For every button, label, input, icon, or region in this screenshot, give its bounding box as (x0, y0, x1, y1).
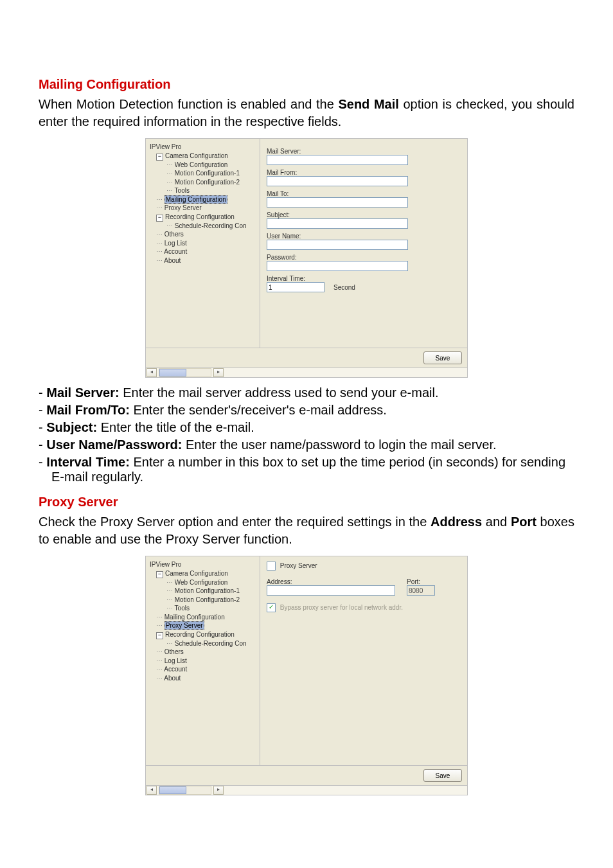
label-mail-server: Mail Server: (267, 148, 461, 155)
tree-recording[interactable]: Recording Configuration (165, 213, 235, 220)
label-mail-to: Mail To: (267, 190, 461, 197)
tree2-loglist[interactable]: Log List (164, 657, 187, 664)
label-port: Port: (407, 578, 435, 585)
scroll-left-icon-2[interactable]: ◂ (147, 786, 157, 795)
tree-tools[interactable]: Tools (175, 187, 190, 194)
def-subject-text: Enter the title of the e-mail. (97, 420, 254, 434)
expand-camera-icon-2[interactable]: − (156, 571, 163, 578)
tree-hscrollbar-2[interactable]: ◂ ▸ (146, 785, 467, 795)
input-mail-from[interactable] (267, 176, 408, 186)
proxy-bold-port: Port (511, 515, 537, 529)
tree-about[interactable]: About (164, 257, 181, 264)
def-mail-server: - Mail Server: Enter the mail server add… (51, 385, 574, 400)
label-mail-from: Mail From: (267, 169, 461, 176)
proxy-save-button[interactable]: Save (423, 769, 462, 782)
proxy-dialog: IPView Pro −Camera Configuration ⋯ Web C… (145, 556, 468, 795)
proxy-form: Proxy Server Address: Port: ✓ Bypass pro… (260, 556, 467, 765)
tree-motion2[interactable]: Motion Configuration-2 (175, 179, 240, 186)
scroll-thumb-2[interactable] (159, 786, 186, 794)
tree-camera-config[interactable]: Camera Configuration (165, 152, 228, 159)
tree2-camera-config[interactable]: Camera Configuration (165, 570, 228, 577)
expand-recording-icon[interactable]: − (156, 215, 163, 222)
tree2-proxy[interactable]: Proxy Server (164, 621, 204, 630)
label-password: Password: (267, 254, 461, 261)
mailing-form: Mail Server: Mail From: Mail To: Subject… (260, 139, 467, 348)
tree-motion1[interactable]: Motion Configuration-1 (175, 170, 240, 177)
tree-panel-proxy: IPView Pro −Camera Configuration ⋯ Web C… (146, 556, 260, 765)
input-subject[interactable] (267, 218, 408, 229)
tree-others[interactable]: Others (164, 231, 184, 238)
proxy-intro-a: Check the Proxy Server option and enter … (39, 515, 431, 529)
tree2-mailing[interactable]: Mailing Configuration (164, 614, 225, 621)
proxy-intro: Check the Proxy Server option and enter … (39, 513, 574, 548)
label-interval: Interval Time: (267, 275, 461, 282)
bypass-checkbox[interactable]: ✓ (267, 603, 276, 612)
tree2-recording[interactable]: Recording Configuration (165, 631, 235, 638)
tree2-about[interactable]: About (164, 675, 181, 682)
term-mail-fromto: Mail From/To: (46, 403, 130, 417)
label-second: Second (333, 284, 355, 291)
def-interval: - Interval Time: Enter a number in this … (51, 455, 574, 484)
tree-web-config[interactable]: Web Configuration (175, 161, 228, 168)
def-mail-server-text: Enter the mail server address used to se… (120, 385, 439, 400)
input-password[interactable] (267, 261, 408, 271)
def-userpass: - User Name/Password: Enter the user nam… (51, 438, 574, 452)
scroll-right-icon-2[interactable]: ▸ (213, 786, 224, 795)
intro-text-a: When Motion Detection function is enable… (39, 97, 338, 111)
input-mail-server[interactable] (267, 155, 408, 165)
term-userpass: User Name/Password: (46, 438, 182, 452)
tree2-account[interactable]: Account (164, 666, 187, 673)
def-mail-fromto-text: Enter the sender's/receiver's e-mail add… (130, 403, 387, 417)
label-address: Address: (267, 578, 395, 585)
tree-loglist[interactable]: Log List (164, 240, 187, 247)
tree2-sched[interactable]: Schedule-Recording Con (175, 640, 247, 647)
proxy-enable-label: Proxy Server (280, 562, 317, 569)
def-mail-fromto: - Mail From/To: Enter the sender's/recei… (51, 403, 574, 418)
def-subject: - Subject: Enter the title of the e-mail… (51, 420, 574, 435)
tree2-motion1[interactable]: Motion Configuration-1 (175, 587, 240, 594)
tree-account[interactable]: Account (164, 248, 187, 255)
mailing-defs: - Mail Server: Enter the mail server add… (39, 385, 574, 484)
input-port[interactable] (407, 585, 435, 596)
mailing-intro: When Motion Detection function is enable… (39, 96, 574, 130)
tree2-root[interactable]: IPView Pro (148, 560, 257, 569)
scroll-right-icon[interactable]: ▸ (213, 368, 224, 377)
term-mail-server: Mail Server: (46, 385, 119, 400)
proxy-bold-address: Address (431, 515, 482, 529)
label-subject: Subject: (267, 211, 461, 218)
input-username[interactable] (267, 240, 408, 250)
tree-sched[interactable]: Schedule-Recording Con (175, 222, 247, 229)
proxy-heading: Proxy Server (39, 495, 574, 509)
input-mail-to[interactable] (267, 197, 408, 208)
term-subject: Subject: (46, 420, 97, 434)
bypass-label: Bypass proxy server for local network ad… (280, 604, 403, 611)
intro-bold: Send Mail (338, 97, 398, 111)
tree2-others[interactable]: Others (164, 648, 184, 655)
tree2-web-config[interactable]: Web Configuration (175, 579, 228, 586)
tree2-motion2[interactable]: Motion Configuration-2 (175, 596, 240, 603)
tree-panel: IPView Pro −Camera Configuration ⋯ Web C… (146, 139, 260, 348)
scroll-left-icon[interactable]: ◂ (147, 368, 157, 377)
tree-hscrollbar[interactable]: ◂ ▸ (146, 368, 467, 377)
input-address[interactable] (267, 585, 395, 596)
proxy-enable-checkbox[interactable] (267, 562, 276, 571)
input-interval[interactable] (267, 282, 324, 292)
expand-recording-icon-2[interactable]: − (156, 632, 163, 639)
save-button[interactable]: Save (423, 351, 462, 364)
def-userpass-text: Enter the user name/password to login th… (182, 438, 496, 452)
scroll-thumb[interactable] (159, 369, 186, 376)
tree-root[interactable]: IPView Pro (148, 143, 257, 152)
tree-mailing[interactable]: Mailing Configuration (164, 195, 227, 204)
expand-camera-icon[interactable]: − (156, 154, 163, 161)
tree2-tools[interactable]: Tools (175, 605, 190, 612)
label-username: User Name: (267, 233, 461, 240)
mailing-heading: Mailing Configuration (39, 77, 574, 92)
tree-proxy[interactable]: Proxy Server (164, 204, 202, 211)
term-interval: Interval Time: (46, 455, 130, 469)
mailing-dialog: IPView Pro −Camera Configuration ⋯ Web C… (145, 138, 468, 378)
proxy-intro-mid: and (482, 515, 511, 529)
